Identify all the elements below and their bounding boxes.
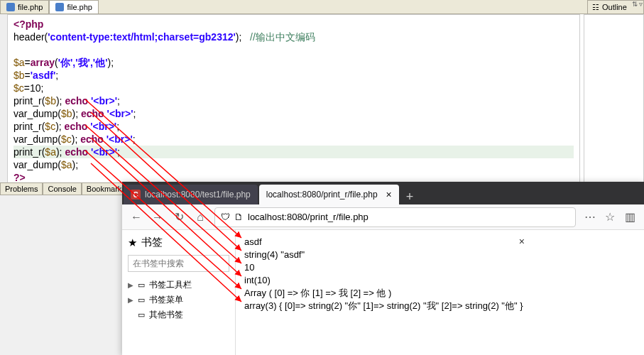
code-line-2: header('content-type:text/html;charset=g… (13, 31, 574, 43)
code-line-7: print_r($b); echo '<br>'; (13, 94, 574, 107)
bookmark-star-icon[interactable]: ☆ (601, 209, 618, 226)
browser-tab-2[interactable]: localhost:8080/print_r/file.php × (259, 185, 399, 204)
folder-icon: ▭ (136, 310, 146, 320)
bookmark-label: 其他书签 (149, 309, 183, 321)
output-line-5: Array ( [0] => 你 [1] => 我 [2] => 他 ) (244, 287, 635, 300)
outline-icon: ☷ (592, 3, 599, 12)
php-file-icon (55, 3, 64, 11)
code-line-3 (13, 43, 574, 56)
code-line-4: $a=array('你','我','他'); (13, 56, 574, 69)
outline-toolbar: ⇅ ▿ (632, 0, 643, 8)
ide-tab-bar: file.php file.php (0, 0, 644, 14)
code-line-11: print_r($a); echo '<br>'; (13, 146, 574, 158)
output-line-1: asdf (244, 236, 635, 248)
expand-icon: ▶ (128, 296, 133, 304)
bookmarks-sidebar: × ★ 书签 ▶▭书签工具栏 ▶▭书签菜单 ▶▭其他书签 (122, 230, 236, 355)
close-tab-icon[interactable]: × (386, 189, 392, 200)
outline-panel-body (584, 14, 644, 195)
bookmark-folder-toolbar[interactable]: ▶▭书签工具栏 (128, 278, 229, 293)
outline-label: Outline (602, 3, 627, 11)
code-line-10: var_dump($c); echo '<br>'; (13, 133, 574, 146)
close-sidebar-icon[interactable]: × (519, 236, 525, 247)
bookmarks-header: ★ 书签 (128, 236, 229, 249)
browser-toolbar: ← → ↻ ⌂ 🛡 🗋 localhost:8080/print_r/file.… (122, 204, 644, 230)
expand-icon: ▶ (128, 281, 133, 289)
collapse-icon[interactable]: ▿ (639, 0, 643, 8)
reload-button[interactable]: ↻ (170, 209, 187, 226)
address-bar[interactable]: 🛡 🗋 localhost:8080/print_r/file.php (214, 207, 576, 227)
star-icon: ★ (128, 236, 137, 249)
ide-window: file.php file.php ☷ Outline ⇅ ▿ <?php he… (0, 0, 644, 195)
browser-tab-1[interactable]: C localhost:8080/test1/file.php (124, 185, 258, 204)
editor-gutter (0, 14, 7, 195)
nav-buttons: ← → ↻ ⌂ (128, 209, 209, 226)
browser-window: C localhost:8080/test1/file.php localhos… (122, 182, 644, 355)
more-icon[interactable]: ⋯ (582, 209, 599, 226)
bookmarks-search-input[interactable] (128, 255, 229, 272)
library-icon[interactable]: ▥ (621, 209, 638, 226)
sort-icon[interactable]: ⇅ (632, 0, 638, 8)
tab-title: localhost:8080/test1/file.php (145, 190, 251, 200)
page-content: asdf string(4) "asdf" 10 int(10) Array (… (236, 230, 644, 355)
info-icon: 🗋 (234, 212, 244, 222)
shield-icon: 🛡 (221, 212, 230, 222)
url-text: localhost:8080/print_r/file.php (248, 212, 369, 222)
code-line-1: <?php (13, 18, 574, 31)
problems-tab[interactable]: Problems (0, 182, 43, 195)
code-line-9: print_r($c); echo '<br>'; (13, 120, 574, 133)
ide-bottom-tabs: Problems Console Bookmarks (0, 182, 131, 195)
output-line-4: int(10) (244, 274, 635, 287)
output-line-3: 10 (244, 261, 635, 274)
editor-tab-2[interactable]: file.php (49, 0, 98, 13)
php-file-icon (6, 3, 15, 11)
home-button[interactable]: ⌂ (192, 209, 209, 226)
code-line-12: var_dump($a); (13, 158, 574, 171)
browser-actions: ⋯ ☆ ▥ (582, 209, 638, 226)
bookmarks-title: 书签 (141, 236, 163, 249)
browser-body: × ★ 书签 ▶▭书签工具栏 ▶▭书签菜单 ▶▭其他书签 asdf string… (122, 230, 644, 355)
favicon-icon: C (131, 190, 141, 200)
output-line-6: array(3) { [0]=> string(2) "你" [1]=> str… (244, 300, 635, 312)
tab-title: localhost:8080/print_r/file.php (266, 190, 378, 200)
console-tab[interactable]: Console (43, 182, 81, 195)
bookmark-folder-menu[interactable]: ▶▭书签菜单 (128, 293, 229, 307)
output-line-2: string(4) "asdf" (244, 248, 635, 261)
back-button[interactable]: ← (128, 209, 145, 226)
bookmark-folder-other[interactable]: ▶▭其他书签 (128, 307, 229, 322)
code-editor[interactable]: <?php header('content-type:text/html;cha… (7, 14, 580, 195)
new-tab-button[interactable]: + (399, 190, 421, 204)
browser-tab-bar: C localhost:8080/test1/file.php localhos… (122, 182, 644, 204)
code-line-6: $c=10; (13, 82, 574, 94)
bookmark-label: 书签工具栏 (149, 279, 192, 291)
tab-label: file.php (67, 3, 92, 11)
folder-icon: ▭ (136, 280, 146, 290)
bookmark-label: 书签菜单 (149, 294, 183, 306)
forward-button[interactable]: → (149, 209, 166, 226)
code-line-8: var_dump($b); echo '<br>'; (13, 107, 574, 120)
tab-label: file.php (18, 3, 43, 11)
editor-tab-1[interactable]: file.php (0, 0, 49, 13)
code-line-5: $b='asdf'; (13, 69, 574, 82)
folder-icon: ▭ (136, 295, 146, 305)
